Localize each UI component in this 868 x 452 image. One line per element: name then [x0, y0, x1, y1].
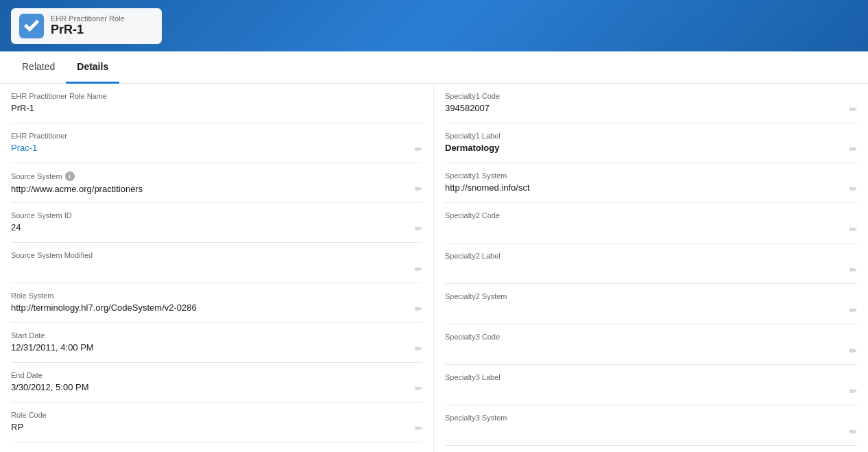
field-group-specialty3-label: Specialty3 Label ✏ [445, 365, 857, 405]
field-value-source-system-id: 24 [11, 222, 422, 233]
main-content: Related Details EHR Practitioner Role Na… [0, 51, 868, 452]
field-value-specialty2-code [445, 222, 857, 235]
field-label-specialty3-label: Specialty3 Label [445, 373, 857, 381]
details-grid: EHR Practitioner Role NamePrR-1EHR Pract… [0, 84, 868, 452]
app-title: PrR-1 [51, 23, 125, 37]
field-value-role-system: http://terminology.hl7.org/CodeSystem/v2… [11, 302, 422, 313]
field-label-specialty1-code: Specialty1 Code [445, 92, 857, 100]
edit-icon-source-system[interactable]: ✏ [415, 184, 422, 194]
edit-icon-source-system-id[interactable]: ✏ [415, 224, 422, 234]
field-group-start-date: Start Date12/31/2011, 4:00 PM✏ [11, 323, 422, 363]
field-label-specialty2-system: Specialty2 System [445, 292, 857, 300]
field-group-specialty2-label: Specialty2 Label ✏ [445, 243, 857, 284]
field-group-role-system: Role Systemhttp://terminology.hl7.org/Co… [11, 283, 422, 323]
field-label-start-date: Start Date [11, 331, 422, 340]
field-value-ehr-practitioner[interactable]: Prac-1 [11, 143, 422, 153]
field-value-specialty2-system [445, 303, 857, 316]
field-group-specialty1-system: Specialty1 Systemhttp://snomed.info/sct✏ [445, 163, 857, 203]
field-label-specialty3-code: Specialty3 Code [445, 333, 857, 341]
field-value-source-system-modified [11, 262, 422, 274]
field-value-specialty1-code: 394582007 [445, 103, 857, 113]
info-icon[interactable]: i [65, 171, 75, 181]
edit-icon-specialty3-system[interactable]: ✏ [849, 427, 857, 437]
edit-icon-specialty1-system[interactable]: ✏ [849, 184, 857, 194]
edit-icon-start-date[interactable]: ✏ [415, 344, 422, 354]
field-label-specialty1-system: Specialty1 System [445, 171, 857, 180]
field-label-role-code: Role Code [11, 411, 422, 419]
field-value-role-code: RP [11, 422, 422, 432]
edit-icon-specialty1-code[interactable]: ✏ [849, 104, 857, 115]
edit-icon-source-system-modified[interactable]: ✏ [415, 264, 422, 274]
field-value-specialty2-label [445, 263, 857, 275]
field-group-specialty2-code: Specialty2 Code ✏ [445, 203, 857, 243]
field-group-role-label: Role Label ✏ [11, 442, 422, 452]
field-group-source-system-id: Source System ID24✏ [11, 203, 422, 243]
field-label-ehr-practitioner: EHR Practitioner [11, 132, 422, 140]
edit-icon-specialty3-code[interactable]: ✏ [849, 346, 857, 356]
edit-icon-specialty1-label[interactable]: ✏ [849, 144, 857, 154]
app-title-group: EHR Practitioner Role PrR-1 [51, 14, 125, 37]
field-group-specialty4-code: Specialty4 Code ✏ [445, 446, 857, 452]
edit-icon-specialty2-code[interactable]: ✏ [849, 224, 857, 235]
left-column: EHR Practitioner Role NamePrR-1EHR Pract… [0, 84, 434, 452]
field-value-specialty3-label [445, 384, 857, 396]
field-value-specialty1-label: Dermatology [445, 143, 857, 153]
field-value-end-date: 3/30/2012, 5:00 PM [11, 382, 422, 392]
field-group-ehr-practitioner: EHR PractitionerPrac-1✏ [11, 123, 422, 163]
field-label-source-system-id: Source System ID [11, 211, 422, 219]
field-group-ehr-practitioner-role-name: EHR Practitioner Role NamePrR-1 [11, 84, 422, 123]
field-group-source-system: Source Systemihttp://www.acme.org/practi… [11, 163, 422, 203]
top-bar: EHR Practitioner Role PrR-1 [0, 0, 868, 51]
field-label-specialty1-label: Specialty1 Label [445, 132, 857, 140]
field-label-source-system-modified: Source System Modified [11, 251, 422, 259]
field-group-end-date: End Date3/30/2012, 5:00 PM✏ [11, 363, 422, 403]
tabs-container: Related Details [0, 51, 868, 84]
field-value-specialty3-system [445, 425, 857, 437]
field-label-ehr-practitioner-role-name: EHR Practitioner Role Name [11, 92, 422, 100]
edit-icon-specialty2-system[interactable]: ✏ [849, 305, 857, 316]
field-group-specialty2-system: Specialty2 System ✏ [445, 284, 857, 324]
field-group-role-code: Role CodeRP✏ [11, 403, 422, 442]
field-label-specialty2-label: Specialty2 Label [445, 252, 857, 260]
field-label-specialty3-system: Specialty3 System [445, 414, 857, 422]
field-group-specialty1-label: Specialty1 LabelDermatology✏ [445, 123, 857, 163]
app-subtitle: EHR Practitioner Role [51, 14, 125, 23]
field-label-source-system: Source Systemi [11, 171, 422, 181]
edit-icon-ehr-practitioner[interactable]: ✏ [415, 144, 422, 154]
right-column: Specialty1 Code394582007✏Specialty1 Labe… [434, 84, 868, 452]
field-value-start-date: 12/31/2011, 4:00 PM [11, 342, 422, 353]
field-label-specialty2-code: Specialty2 Code [445, 211, 857, 219]
edit-icon-role-system[interactable]: ✏ [415, 304, 422, 314]
edit-icon-end-date[interactable]: ✏ [415, 383, 422, 394]
edit-icon-specialty3-label[interactable]: ✏ [849, 386, 857, 396]
field-value-ehr-practitioner-role-name: PrR-1 [11, 103, 422, 113]
field-value-specialty3-code [445, 344, 857, 356]
field-group-specialty3-code: Specialty3 Code ✏ [445, 324, 857, 365]
edit-icon-specialty2-label[interactable]: ✏ [849, 265, 857, 275]
app-icon [19, 14, 44, 38]
edit-icon-role-code[interactable]: ✏ [415, 423, 422, 433]
field-group-source-system-modified: Source System Modified ✏ [11, 243, 422, 283]
field-label-end-date: End Date [11, 371, 422, 379]
field-group-specialty1-code: Specialty1 Code394582007✏ [445, 84, 857, 123]
field-value-specialty1-system: http://snomed.info/sct [445, 182, 857, 193]
field-value-source-system: http://www.acme.org/practitioners [11, 184, 422, 194]
field-group-specialty3-system: Specialty3 System ✏ [445, 405, 857, 446]
tab-related[interactable]: Related [11, 51, 66, 84]
app-header: EHR Practitioner Role PrR-1 [11, 8, 162, 44]
field-label-role-system: Role System [11, 292, 422, 300]
tab-details[interactable]: Details [66, 51, 119, 84]
